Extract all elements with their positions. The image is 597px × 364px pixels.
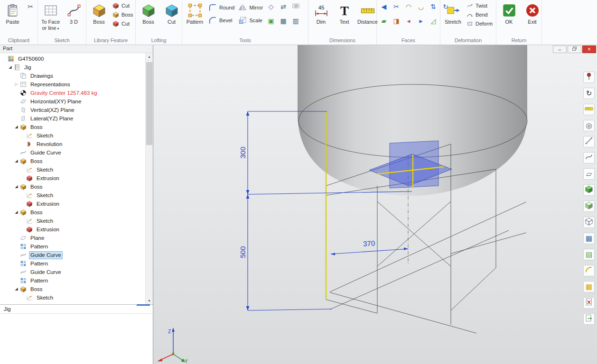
deform-button[interactable]: Deform (465, 19, 494, 28)
tree-item-sketch[interactable]: Sketch (0, 131, 145, 140)
collapse-arrow-icon[interactable]: ◢ (13, 182, 19, 191)
tree-item-lateral-yz-plane[interactable]: Lateral(YZ) Plane (0, 114, 145, 123)
3d-scene[interactable]: 300 500 370 Z Y (153, 45, 597, 364)
restore-button[interactable] (568, 46, 581, 53)
tree-item-guide-curve[interactable]: Guide Curve (0, 251, 145, 259)
tree-item-sketch[interactable]: Sketch (0, 217, 145, 225)
to-face-or-line-button[interactable]: To Face or line ▾ (39, 1, 62, 32)
tree-item-pattern[interactable]: Pattern (0, 259, 145, 268)
face-offset-button[interactable]: ◨ (391, 16, 401, 26)
tree-item-horizontal-xy-plane[interactable]: Horizontal(XY) Plane (0, 97, 145, 106)
face-swap-button[interactable]: ⇅ (428, 1, 438, 12)
face-right-button[interactable]: ▸ (416, 16, 426, 26)
panel-splitter-handle[interactable] (137, 304, 150, 306)
diamond-tool-button[interactable]: ◇ (266, 1, 276, 12)
expand-arrow-icon[interactable]: ▷ (13, 80, 19, 89)
tree-item-jig[interactable]: ◢Jig (0, 63, 145, 72)
cut-button[interactable]: Cut (160, 1, 183, 32)
paste-button[interactable]: Paste (1, 1, 24, 32)
pattern-button[interactable]: Pattern (184, 1, 206, 32)
scale-button[interactable]: Scale (237, 14, 264, 27)
link-tool-button[interactable]: ⇄ (278, 1, 289, 12)
collapse-arrow-icon[interactable]: ◢ (13, 285, 19, 293)
tree-item-guide-curve[interactable]: Guide Curve (0, 148, 145, 157)
tree-item-boss[interactable]: ◢Boss (0, 157, 145, 165)
tree-item-representations[interactable]: ▷Representations (0, 80, 145, 89)
dim-button[interactable]: 45Dim (310, 1, 332, 32)
ok-button[interactable]: OK (498, 1, 520, 32)
tree-item-pattern[interactable]: Pattern (0, 242, 145, 251)
tree-item-guide-curve[interactable]: Guide Curve (0, 268, 145, 276)
grid-tool-button[interactable]: ▦ (278, 16, 289, 26)
tree-item-boss[interactable]: ◢Boss (0, 285, 145, 293)
close-button[interactable]: × (582, 46, 596, 53)
tree-item-drawings[interactable]: Drawings (0, 72, 145, 80)
sweep-tool-button[interactable] (583, 265, 595, 276)
scrollbar-thumb[interactable] (146, 62, 152, 145)
boss-button[interactable]: Boss (111, 10, 134, 19)
sheet-view-button[interactable]: ▤ (583, 249, 595, 260)
views-grid-button[interactable]: ▦ (583, 233, 595, 244)
tree-item-revolution[interactable]: Revolution (0, 140, 145, 148)
boss-button[interactable]: Boss (137, 1, 159, 32)
boss-button[interactable]: Boss (88, 1, 110, 32)
tree-item-extrusion[interactable]: Extrusion (0, 174, 145, 182)
twist-button[interactable]: Twist (465, 1, 489, 10)
pin-button[interactable] (583, 72, 595, 83)
measure-ruler-button[interactable] (583, 104, 595, 115)
tree-item-boss[interactable]: ◢Boss (0, 123, 145, 131)
distance-button[interactable]: Distance (356, 1, 379, 32)
3d-viewport[interactable]: 300 500 370 Z Y –× ↻◎▱▦▤▦ (153, 45, 597, 364)
round-button[interactable]: Round (207, 1, 236, 14)
tree-item-gravity-center-1257-483-kg[interactable]: Gravity Center 1257.483 kg (0, 89, 145, 97)
3-d-button[interactable]: 3 D (63, 1, 85, 32)
axis-line-button[interactable] (583, 136, 595, 147)
collapse-arrow-icon[interactable]: ◢ (7, 63, 13, 72)
scroll-up-button[interactable]: ▲ (146, 53, 153, 60)
cut-button[interactable]: Cut (111, 19, 131, 28)
cut-scissors-button[interactable]: ✂ (25, 1, 36, 12)
tree-item-extrusion[interactable]: Extrusion (0, 225, 145, 234)
collapse-arrow-icon[interactable]: ◢ (13, 208, 19, 217)
wireframe-view-button[interactable] (583, 217, 595, 228)
tree-item-boss[interactable]: ◢Boss (0, 208, 145, 217)
collapse-arrow-icon[interactable]: ◢ (13, 157, 19, 165)
scrollbar-track[interactable] (146, 60, 153, 297)
tree-item-extrusion[interactable]: Extrusion (0, 200, 145, 208)
face-extend-button[interactable]: ▰ (379, 16, 389, 26)
export-doc-button[interactable] (583, 313, 595, 325)
grid-tool2-button[interactable]: ▥ (290, 16, 301, 26)
shaded-view-button[interactable] (583, 200, 595, 212)
face-shell-button[interactable]: ◡ (416, 1, 426, 12)
bevel-button[interactable]: Bevel (207, 14, 234, 27)
face-trim-button[interactable]: ✂ (391, 1, 401, 12)
tree-item-vertical-xz-plane[interactable]: Vertical(XZ) Plane (0, 106, 145, 114)
table-tool-button[interactable]: ▦ (583, 281, 595, 292)
face-left-button[interactable]: ◂ (403, 16, 414, 26)
rotate-view-button[interactable]: ↻ (583, 88, 595, 99)
bend-button[interactable]: Bend (465, 10, 489, 19)
minimize-button[interactable]: – (553, 46, 567, 53)
surface-tool-button[interactable]: ▣ (266, 16, 276, 26)
face-round-button[interactable]: ◠ (403, 1, 414, 12)
precision-tool-button[interactable]: 10 (290, 1, 301, 12)
collapse-arrow-icon[interactable]: ◢ (13, 123, 19, 131)
face-draft-button[interactable]: ◿ (428, 16, 438, 26)
tree-item-g4t50600[interactable]: G4T50600 (0, 55, 145, 63)
exit-button[interactable]: Exit (521, 1, 543, 32)
tree-item-pattern[interactable]: Pattern (0, 276, 145, 285)
stretch-button[interactable]: Stretch (442, 1, 464, 32)
tree-item-sketch[interactable]: Sketch (0, 293, 145, 302)
cut-button[interactable]: Cut (111, 1, 131, 10)
origin-button[interactable]: ◎ (583, 120, 595, 131)
tree-item-plane[interactable]: Plane (0, 234, 145, 242)
scroll-down-button[interactable]: ▼ (146, 297, 153, 304)
tree-item-sketch[interactable]: Sketch (0, 191, 145, 200)
face-move-button[interactable]: ◀ (379, 1, 389, 12)
tree-item-boss[interactable]: ◢Boss (0, 182, 145, 191)
text-button[interactable]: TText (333, 1, 355, 32)
tree-scrollbar[interactable]: ▲ ▼ (145, 53, 153, 304)
solid-view-button[interactable] (583, 184, 595, 196)
spline-tool-button[interactable] (583, 152, 595, 164)
delete-doc-button[interactable] (583, 297, 595, 309)
